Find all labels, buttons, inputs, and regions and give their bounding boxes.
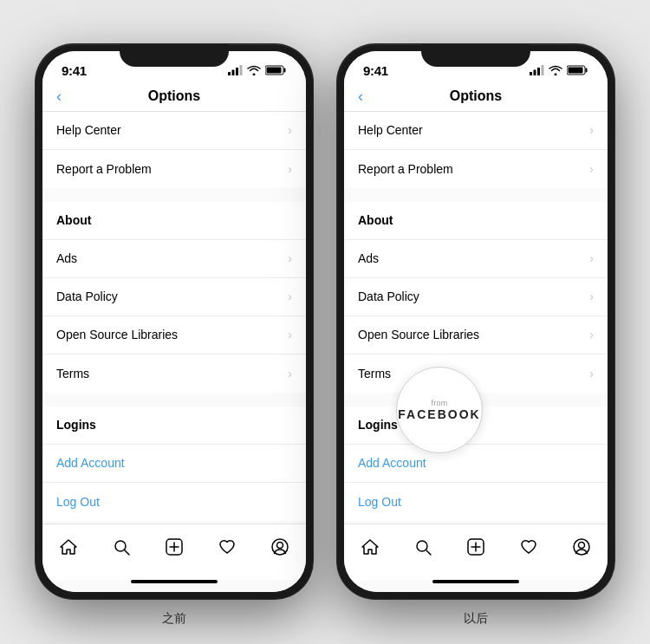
svg-rect-20 [569, 68, 583, 74]
chevron-icon: › [589, 251, 594, 265]
svg-rect-2 [236, 68, 238, 75]
battery-icon [567, 65, 588, 75]
phone-label-after: 以后 [464, 611, 488, 627]
svg-rect-16 [537, 68, 540, 75]
signal-icon [530, 65, 544, 75]
svg-point-21 [417, 541, 427, 551]
phone-after: 9:41 ‹ Options Help Center›Report a Prob… [337, 44, 614, 627]
home-indicator [432, 580, 519, 583]
list-item-text: Open Source Libraries [358, 328, 589, 342]
svg-rect-17 [542, 65, 544, 75]
chevron-icon: › [288, 367, 292, 381]
chevron-icon: › [589, 289, 594, 303]
list-item[interactable]: Log Out [42, 483, 306, 521]
heart-icon[interactable] [510, 531, 548, 563]
chevron-icon: › [589, 123, 594, 137]
svg-rect-6 [267, 68, 282, 74]
wifi-icon [549, 65, 562, 75]
list-item: About [42, 202, 306, 240]
list-item-text: Data Policy [358, 289, 589, 303]
list-item-text: Ads [56, 251, 288, 265]
list-item-text: Data Policy [56, 289, 288, 303]
list-item[interactable]: Data Policy› [344, 278, 608, 316]
chevron-icon: › [589, 328, 594, 342]
svg-rect-3 [240, 65, 243, 75]
magnifier-brand: FACEBOOK [398, 407, 480, 421]
magnifier-circle: from FACEBOOK [396, 367, 483, 453]
phone-shell-after: 9:41 ‹ Options Help Center›Report a Prob… [337, 44, 614, 599]
list-item-text: Help Center [56, 123, 288, 137]
list-item-text: Log Out [56, 495, 292, 509]
status-time: 9:41 [62, 63, 87, 78]
svg-point-13 [276, 542, 283, 548]
list-item-text: Terms [358, 367, 589, 381]
list-item-text: Logins [56, 418, 292, 432]
list-item[interactable]: Terms› [42, 355, 306, 393]
heart-icon[interactable] [208, 531, 246, 563]
content-area: Help Center›Report a Problem›AboutAds›Da… [42, 112, 306, 524]
svg-rect-19 [586, 68, 588, 73]
list-item-text: About [56, 213, 292, 227]
add-icon[interactable] [155, 531, 193, 563]
list-item-text: Terms [56, 367, 288, 381]
list-item-text: Help Center [358, 123, 589, 137]
list-item[interactable]: Log Out [344, 483, 608, 521]
section-support: Help Center›Report a Problem› [344, 112, 608, 188]
svg-rect-5 [284, 68, 286, 73]
home-icon[interactable] [351, 531, 389, 563]
list-item[interactable]: Open Source Libraries› [42, 316, 306, 355]
list-item[interactable]: Add Account [344, 445, 608, 483]
list-item[interactable]: Help Center› [42, 112, 306, 150]
home-indicator-wrap [344, 580, 608, 592]
status-icons [530, 65, 588, 75]
list-item[interactable]: Help Center› [344, 112, 608, 150]
list-item[interactable]: Add Account [42, 445, 306, 483]
list-item[interactable]: Data Policy› [42, 278, 306, 316]
nav-title: Options [42, 88, 306, 104]
list-item-text: Log Out [358, 495, 594, 509]
chevron-icon: › [288, 162, 292, 176]
svg-point-7 [115, 541, 126, 551]
home-icon[interactable] [49, 531, 88, 563]
chevron-icon: › [589, 162, 594, 176]
chevron-icon: › [288, 328, 292, 342]
status-icons [228, 65, 287, 75]
nav-bar: ‹ Options [344, 81, 608, 112]
list-item-text: Open Source Libraries [56, 328, 288, 342]
add-icon[interactable] [457, 531, 495, 563]
svg-rect-1 [232, 70, 235, 76]
notch [120, 44, 229, 67]
phone-label-before: 之前 [162, 611, 186, 627]
profile-icon[interactable] [562, 531, 601, 563]
list-item-text: Report a Problem [56, 162, 288, 176]
wifi-icon [247, 65, 261, 75]
list-item-text: Ads [358, 251, 589, 265]
chevron-icon: › [288, 251, 292, 265]
home-indicator [131, 580, 218, 583]
svg-line-8 [125, 550, 129, 555]
list-item[interactable]: Ads› [344, 240, 608, 278]
list-item[interactable]: Ads› [42, 240, 306, 278]
svg-rect-0 [228, 72, 231, 75]
home-indicator-wrap [42, 580, 306, 592]
chevron-icon: › [288, 123, 292, 137]
section-about: AboutAds›Data Policy›Open Source Librari… [344, 202, 608, 393]
search-icon[interactable] [102, 531, 140, 563]
list-item: About [344, 202, 608, 240]
magnifier-from: from [431, 399, 447, 407]
list-item[interactable]: Open Source Libraries› [344, 316, 608, 355]
signal-icon [228, 65, 243, 75]
list-item[interactable]: Report a Problem› [42, 150, 306, 188]
search-icon[interactable] [404, 531, 442, 563]
bottom-nav [344, 524, 608, 580]
profile-icon[interactable] [261, 531, 299, 563]
svg-rect-14 [530, 72, 532, 75]
list-item[interactable]: Report a Problem› [344, 150, 608, 188]
list-item: Logins [42, 407, 306, 445]
phone-shell-before: 9:41 ‹ Options Help Center›Report a Prob… [36, 44, 313, 599]
battery-icon [265, 65, 287, 75]
nav-title: Options [344, 88, 608, 104]
list-item-text: Report a Problem [358, 162, 589, 176]
nav-bar: ‹ Options [42, 81, 306, 112]
svg-rect-15 [534, 70, 536, 76]
